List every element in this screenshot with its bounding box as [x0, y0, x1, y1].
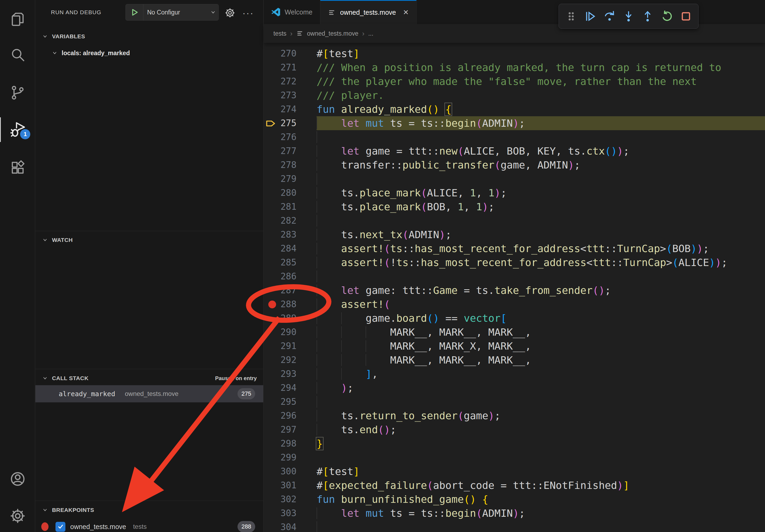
line-number[interactable]: 281	[264, 200, 317, 214]
breakpoint-enabled-checkbox[interactable]	[56, 522, 65, 532]
code-text[interactable]	[317, 130, 765, 144]
code-text[interactable]: ts.next_tx(ADMIN);	[317, 228, 765, 242]
line-number[interactable]: 284	[264, 242, 317, 256]
code-text[interactable]: let game = ttt::new(ALICE, BOB, KEY, ts.…	[317, 144, 765, 158]
code-text[interactable]: assert!(!ts::has_most_recent_for_address…	[317, 256, 765, 269]
code-text[interactable]	[317, 214, 765, 228]
continue-button[interactable]	[582, 8, 598, 25]
line-number[interactable]: 275	[264, 116, 317, 130]
line-number[interactable]: 304	[264, 520, 317, 532]
line-number[interactable]: 283	[264, 228, 317, 242]
line-number[interactable]: 293	[264, 367, 317, 381]
breadcrumb-file[interactable]: owned_tests.move	[307, 30, 359, 37]
step-into-button[interactable]	[620, 8, 637, 25]
code-text[interactable]	[317, 450, 765, 464]
code-text[interactable]: ts.return_to_sender(game);	[317, 409, 765, 423]
tab-welcome[interactable]: Welcome	[264, 0, 320, 24]
config-dropdown-label[interactable]: No Configur	[143, 9, 211, 16]
line-number[interactable]: 274	[264, 102, 317, 116]
code-text[interactable]: let mut ts = ts::begin(ADMIN);	[317, 116, 765, 130]
chevron-down-icon[interactable]	[211, 10, 216, 15]
line-number[interactable]: 295	[264, 395, 317, 409]
code-text[interactable]: let mut ts = ts::begin(ADMIN);	[317, 506, 765, 520]
line-number[interactable]: 303	[264, 506, 317, 520]
code-text[interactable]	[317, 172, 765, 186]
line-number[interactable]: 296	[264, 409, 317, 423]
variables-section-header[interactable]: VARIABLES	[35, 30, 263, 43]
line-number[interactable]: 279	[264, 172, 317, 186]
line-number[interactable]: 280	[264, 186, 317, 200]
line-number[interactable]: 272	[264, 75, 317, 89]
watch-section-header[interactable]: WATCH	[35, 234, 263, 246]
line-number[interactable]: 297	[264, 423, 317, 437]
code-text[interactable]: ts.end();	[317, 423, 765, 437]
step-out-button[interactable]	[639, 8, 656, 25]
breadcrumb-folder[interactable]: tests	[274, 30, 287, 37]
extensions-icon[interactable]	[0, 155, 35, 180]
toolbar-drag-handle[interactable]	[563, 8, 579, 25]
line-number[interactable]: 290	[264, 325, 317, 339]
line-number[interactable]: 273	[264, 89, 317, 102]
code-text[interactable]: );	[317, 381, 765, 395]
account-icon[interactable]	[0, 467, 35, 491]
source-control-icon[interactable]	[0, 80, 35, 105]
stop-button[interactable]	[678, 8, 694, 25]
code-text[interactable]: let game: ttt::Game = ts.take_from_sende…	[317, 283, 765, 297]
line-number[interactable]: 271	[264, 61, 317, 75]
code-text[interactable]	[317, 269, 765, 283]
code-text[interactable]: }	[317, 437, 765, 450]
settings-gear-icon[interactable]	[0, 504, 35, 528]
code-text[interactable]: /// player.	[317, 89, 765, 102]
code-text[interactable]: ],	[317, 367, 765, 381]
step-over-button[interactable]	[601, 8, 618, 25]
debug-settings-gear-icon[interactable]	[223, 6, 237, 20]
code-text[interactable]: /// When a position is already marked, t…	[317, 61, 765, 75]
line-number[interactable]: 278	[264, 158, 317, 172]
line-number[interactable]: 286	[264, 269, 317, 283]
breadcrumb-symbol[interactable]: ...	[368, 30, 374, 37]
locals-scope-row[interactable]: locals: already_marked	[35, 46, 263, 60]
code-text[interactable]: #[expected_failure(abort_code = ttt::ENo…	[317, 478, 765, 492]
code-text[interactable]: fun burn_unfinished_game() {	[317, 492, 765, 506]
line-number[interactable]: 291	[264, 339, 317, 353]
close-tab-icon[interactable]: ✕	[403, 8, 409, 17]
call-stack-frame-row[interactable]: already_marked owned_tests.move 275	[35, 385, 263, 402]
line-number[interactable]: 302	[264, 492, 317, 506]
code-text[interactable]	[317, 395, 765, 409]
code-text[interactable]: #[test]	[317, 464, 765, 478]
code-text[interactable]	[317, 520, 765, 532]
call-stack-section-header[interactable]: CALL STACK Paused on entry	[35, 372, 263, 385]
tab-owned-tests-move[interactable]: owned_tests.move ✕	[320, 0, 416, 24]
line-number[interactable]: 288	[264, 297, 317, 311]
explorer-icon[interactable]	[0, 7, 35, 32]
breakpoint-item-row[interactable]: owned_tests.move tests 288	[35, 520, 263, 532]
code-text[interactable]: MARK__, MARK__, MARK__,	[317, 325, 765, 339]
code-text[interactable]: MARK__, MARK__, MARK__,	[317, 353, 765, 367]
search-icon[interactable]	[0, 42, 35, 67]
code-text[interactable]: assert!(ts::has_most_recent_for_address<…	[317, 242, 765, 256]
line-number[interactable]: 287	[264, 283, 317, 297]
line-number[interactable]: 289	[264, 311, 317, 325]
line-number[interactable]: 294	[264, 381, 317, 395]
code-text[interactable]: fun already_marked() {	[317, 102, 765, 116]
line-number[interactable]: 282	[264, 214, 317, 228]
line-number[interactable]: 298	[264, 437, 317, 450]
line-number[interactable]: 301	[264, 478, 317, 492]
code-text[interactable]: ts.place_mark(ALICE, 1, 1);	[317, 186, 765, 200]
line-number[interactable]: 270	[264, 47, 317, 61]
breakpoints-section-header[interactable]: BREAKPOINTS	[35, 504, 263, 516]
start-debugging-icon[interactable]	[126, 4, 143, 20]
code-text[interactable]: MARK__, MARK_X, MARK__,	[317, 339, 765, 353]
code-text[interactable]: /// the player who made the "false" move…	[317, 75, 765, 89]
line-number[interactable]: 277	[264, 144, 317, 158]
code-text[interactable]: ts.place_mark(BOB, 1, 1);	[317, 200, 765, 214]
code-text[interactable]: game.board() == vector[	[317, 311, 765, 325]
line-number[interactable]: 299	[264, 450, 317, 464]
code-text[interactable]: transfer::public_transfer(game, ADMIN);	[317, 158, 765, 172]
code-text[interactable]: #[test]	[317, 47, 765, 61]
line-number[interactable]: 285	[264, 256, 317, 269]
views-more-actions-button[interactable]: ···	[241, 6, 255, 20]
code-text[interactable]: assert!(	[317, 297, 765, 311]
restart-button[interactable]	[659, 8, 675, 25]
start-debug-config-button[interactable]: No Configur	[125, 4, 219, 21]
